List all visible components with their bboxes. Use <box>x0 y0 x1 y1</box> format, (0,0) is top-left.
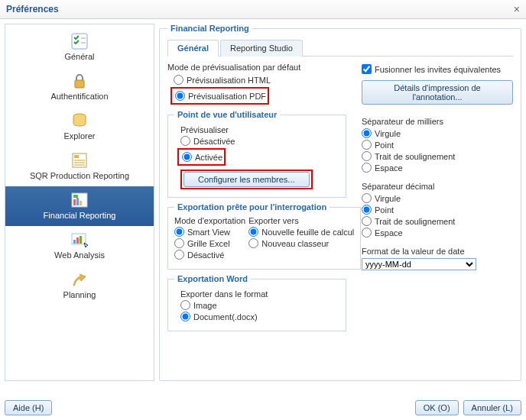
button-bar: Aide (H) OK (O) Annuler (L) <box>5 400 521 415</box>
window-title: Préférences <box>6 4 59 15</box>
radio-label: Désactivée <box>193 137 235 146</box>
radio-mode-smartview[interactable]: Smart View <box>174 227 245 237</box>
export-target-label: Exporter vers <box>248 216 354 225</box>
svg-rect-11 <box>73 195 78 198</box>
chart-cursor-icon <box>69 231 90 249</box>
sidebar-item-sqr[interactable]: SQR Production Reporting <box>5 147 154 186</box>
radio-label: Activée <box>195 153 222 162</box>
sidebar-item-explorer[interactable]: Explorer <box>5 107 154 147</box>
lock-icon <box>69 72 90 90</box>
export-query-title: Exportation prête pour l'interrogation <box>174 202 330 212</box>
radio-label: Prévisualisation HTML <box>187 76 271 85</box>
pov-preview-label: Prévisualiser <box>180 125 339 134</box>
sidebar-item-general[interactable]: Général <box>5 27 154 67</box>
radio-th-dot[interactable]: Point <box>362 140 513 150</box>
explorer-icon <box>69 111 90 130</box>
radio-label: Virgule <box>375 194 401 203</box>
radio-pov-off[interactable]: Désactivée <box>174 136 339 146</box>
radio-label: Trait de soulignement <box>375 217 455 226</box>
checklist-icon <box>69 32 90 50</box>
radio-th-comma[interactable]: Virgule <box>362 128 513 138</box>
report-icon <box>69 151 90 170</box>
sidebar-item-label: Authentification <box>50 92 108 101</box>
checkbox-merge-prompts[interactable]: Fusionner les invites équivalentes <box>362 64 513 74</box>
checkbox-label: Fusionner les invites équivalentes <box>375 65 501 74</box>
dateformat-select[interactable]: yyyy-MM-dd <box>362 258 476 270</box>
pov-group: Point de vue d'utilisateur Prévisualiser… <box>167 110 346 198</box>
radio-dec-under[interactable]: Trait de soulignement <box>362 216 513 226</box>
radio-word-docx[interactable]: Document(.docx) <box>174 312 339 321</box>
preview-mode-title: Mode de prévisualisation par défaut <box>167 63 346 72</box>
radio-label: Virgule <box>375 129 401 138</box>
sidebar-item-financial[interactable]: Financial Reporting <box>5 186 154 226</box>
radio-label: Point <box>375 205 394 215</box>
cancel-button[interactable]: Annuler (L) <box>463 400 521 415</box>
section-title: Financial Reporting <box>167 24 252 33</box>
radio-word-image[interactable]: Image <box>174 300 339 310</box>
radio-label: Espace <box>375 228 403 237</box>
export-word-title: Exportation Word <box>174 274 251 283</box>
financial-section: Financial Reporting Général Reporting St… <box>159 24 521 381</box>
svg-rect-0 <box>72 34 87 49</box>
svg-rect-12 <box>73 199 76 205</box>
radio-preview-pdf[interactable]: Prévisualisation PDF <box>174 91 266 101</box>
svg-rect-14 <box>80 201 82 205</box>
content-pane: Financial Reporting Général Reporting St… <box>159 24 521 381</box>
svg-rect-18 <box>80 236 82 244</box>
thousands-group: Séparateur de milliers Virgule Point Tra… <box>362 117 513 173</box>
tab-general[interactable]: Général <box>167 40 219 57</box>
svg-rect-16 <box>73 240 76 244</box>
radio-label: Nouvelle feuille de calcul <box>261 228 354 237</box>
help-button[interactable]: Aide (H) <box>5 400 52 415</box>
radio-dec-space[interactable]: Espace <box>362 228 513 237</box>
radio-label: Trait de soulignement <box>375 152 455 161</box>
radio-dec-dot[interactable]: Point <box>362 205 513 215</box>
radio-label: Grille Excel <box>187 239 230 248</box>
pov-title: Point de vue d'utilisateur <box>174 110 280 119</box>
sidebar-item-webanalysis[interactable]: Web Analysis <box>5 226 154 266</box>
sidebar-item-label: Planning <box>63 290 96 299</box>
radio-target-newbook[interactable]: Nouveau classeur <box>248 238 354 248</box>
radio-label: Désactivé <box>187 250 224 260</box>
configure-members-button[interactable]: Configurer les membres... <box>183 172 310 187</box>
svg-rect-3 <box>75 80 84 88</box>
sidebar: Général Authentification Explorer SQR Pr… <box>5 24 154 381</box>
sidebar-item-label: Web Analysis <box>54 250 105 260</box>
financial-report-icon <box>69 191 90 209</box>
radio-th-space[interactable]: Espace <box>362 163 513 173</box>
sidebar-item-label: SQR Production Reporting <box>30 171 129 180</box>
radio-dec-comma[interactable]: Virgule <box>362 193 513 203</box>
dateformat-title: Format de la valeur de date <box>362 247 513 256</box>
radio-label: Espace <box>375 163 403 173</box>
export-word-group: Exportation Word Exporter dans le format… <box>167 274 346 331</box>
radio-label: Smart View <box>187 228 230 237</box>
radio-mode-off[interactable]: Désactivé <box>174 250 245 260</box>
planning-icon <box>69 270 90 289</box>
radio-label: Image <box>193 301 217 310</box>
radio-target-newsheet[interactable]: Nouvelle feuille de calcul <box>248 227 354 237</box>
sidebar-item-label: Général <box>64 52 94 61</box>
radio-mode-grid[interactable]: Grille Excel <box>174 238 245 248</box>
decimal-group: Séparateur décimal Virgule Point Trait d… <box>362 182 513 237</box>
sidebar-item-planning[interactable]: Planning <box>5 266 154 305</box>
radio-label: Nouveau classeur <box>261 239 329 248</box>
decimal-title: Séparateur décimal <box>362 182 513 191</box>
titlebar: Préférences × <box>0 0 526 19</box>
dateformat-group: Format de la valeur de date yyyy-MM-dd <box>362 247 513 270</box>
tab-bar: Général Reporting Studio <box>167 39 513 57</box>
svg-rect-17 <box>76 237 79 244</box>
export-word-label: Exporter dans le format <box>180 289 339 299</box>
radio-label: Prévisualisation PDF <box>188 92 266 101</box>
tab-studio[interactable]: Reporting Studio <box>220 40 303 57</box>
close-icon[interactable]: × <box>514 3 520 15</box>
sidebar-item-label: Financial Reporting <box>44 211 116 220</box>
export-query-group: Exportation prête pour l'interrogation M… <box>167 202 361 270</box>
radio-label: Document(.docx) <box>193 312 258 321</box>
radio-preview-html[interactable]: Prévisualisation HTML <box>167 75 346 85</box>
radio-th-under[interactable]: Trait de soulignement <box>362 151 513 161</box>
ok-button[interactable]: OK (O) <box>415 400 459 415</box>
radio-pov-on[interactable]: Activée <box>180 152 222 162</box>
radio-label: Point <box>375 141 394 150</box>
annotation-details-button[interactable]: Détails d'impression de l'annotation... <box>362 80 513 105</box>
sidebar-item-auth[interactable]: Authentification <box>5 67 154 107</box>
